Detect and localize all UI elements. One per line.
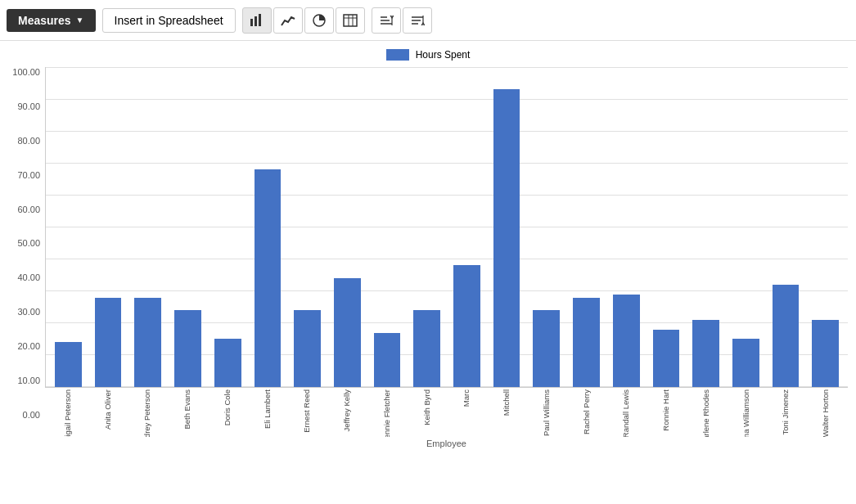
x-labels: Abigail PetersonAnita OliverAudrey Peter… (45, 388, 848, 437)
x-label-text: Abigail Peterson (63, 389, 72, 437)
chart-type-group (242, 7, 365, 34)
x-label-text: Tina Williamson (741, 389, 750, 437)
table-button[interactable] (336, 7, 365, 34)
chart-legend: Hours Spent (8, 49, 848, 61)
bar[interactable] (613, 295, 640, 387)
x-label-col: Walter Horton (806, 388, 845, 437)
x-label-text: Doris Cole (223, 389, 232, 425)
sort-asc-icon (379, 14, 394, 27)
svg-rect-4 (344, 15, 357, 26)
x-label-col: Toni Jimenez (767, 388, 805, 437)
bar[interactable] (453, 265, 480, 387)
chart-body: Abigail PetersonAnita OliverAudrey Peter… (45, 67, 848, 448)
sort-asc-button[interactable] (372, 7, 401, 34)
y-axis-label: 90.00 (17, 101, 40, 111)
chart-inner: 100.0090.0080.0070.0060.0050.0040.0030.0… (8, 67, 848, 448)
x-label-col: Ernest Reed (288, 388, 327, 437)
bar-col (488, 67, 526, 387)
bar[interactable] (413, 310, 440, 387)
x-label-text: Audrey Peterson (142, 389, 151, 437)
y-axis-label: 20.00 (17, 341, 40, 351)
bar-col (408, 67, 446, 387)
bar[interactable] (174, 310, 201, 387)
x-label-col: Tina Williamson (727, 388, 765, 437)
bar-col (687, 67, 725, 387)
bar[interactable] (334, 278, 361, 387)
bar[interactable] (692, 320, 719, 387)
measures-button[interactable]: Measures ▼ (7, 9, 96, 32)
x-axis-title: Employee (45, 439, 848, 448)
bar-col (448, 67, 486, 387)
bar-col (128, 67, 167, 387)
measures-label: Measures (18, 14, 71, 27)
bar[interactable] (493, 89, 520, 387)
x-label-col: Keith Byrd (408, 388, 446, 437)
bar-col (49, 67, 88, 387)
bar-col (767, 67, 805, 387)
bar[interactable] (134, 298, 161, 387)
chart-container: Hours Spent 100.0090.0080.0070.0060.0050… (0, 41, 856, 504)
insert-spreadsheet-button[interactable]: Insert in Spreadsheet (102, 8, 236, 33)
sort-desc-button[interactable] (403, 7, 432, 34)
bar-col (209, 67, 247, 387)
bar[interactable] (214, 339, 241, 387)
x-label-text: Mitchell (502, 389, 511, 416)
bar[interactable] (533, 310, 560, 387)
x-label-col: Jeffrey Kelly (327, 388, 366, 437)
x-label-text: Anita Oliver (103, 389, 112, 430)
bar[interactable] (255, 169, 282, 387)
bar[interactable] (55, 342, 82, 387)
bar[interactable] (95, 298, 122, 387)
pie-chart-icon (312, 14, 327, 27)
bar-col (328, 67, 367, 387)
insert-label: Insert in Spreadsheet (115, 14, 223, 27)
bar[interactable] (773, 285, 800, 387)
bar[interactable] (374, 333, 401, 387)
x-label-text: Toni Jimenez (781, 389, 790, 434)
pie-chart-button[interactable] (304, 7, 334, 34)
svg-rect-0 (250, 19, 253, 26)
y-axis: 100.0090.0080.0070.0060.0050.0040.0030.0… (8, 67, 45, 448)
bar[interactable] (812, 320, 839, 387)
y-axis-label: 0.00 (23, 410, 40, 420)
x-label-col: Sharlene Rhodes (687, 388, 725, 437)
y-axis-label: 50.00 (17, 238, 40, 248)
x-label-text: Keith Byrd (422, 389, 431, 425)
bar[interactable] (294, 310, 321, 387)
x-label-col: Marc (448, 388, 486, 437)
bar-chart-button[interactable] (242, 7, 272, 34)
x-label-col: Randall Lewis (607, 388, 646, 437)
bars-wrapper (46, 67, 848, 387)
x-label-col: Abigail Peterson (48, 388, 87, 437)
bar-col (89, 67, 128, 387)
bar-col (567, 67, 606, 387)
bar-chart-icon (250, 14, 264, 27)
x-label-text: Paul Williams (542, 389, 551, 436)
x-label-text: Sharlene Rhodes (701, 389, 710, 437)
y-axis-label: 80.00 (17, 136, 40, 146)
bar-col (288, 67, 327, 387)
line-chart-icon (281, 14, 295, 27)
bar[interactable] (732, 339, 759, 387)
bar[interactable] (653, 330, 680, 387)
bar-col (368, 67, 407, 387)
sort-group (372, 7, 432, 34)
bar-col (607, 67, 646, 387)
y-axis-label: 100.00 (12, 67, 40, 77)
x-label-col: Rachel Perry (567, 388, 606, 437)
svg-rect-2 (259, 14, 261, 26)
legend-label: Hours Spent (416, 49, 471, 61)
svg-rect-1 (255, 16, 257, 26)
bar-col (527, 67, 565, 387)
bar-col (647, 67, 686, 387)
y-axis-label: 70.00 (17, 170, 40, 180)
line-chart-button[interactable] (273, 7, 303, 34)
y-axis-label: 40.00 (17, 272, 40, 282)
x-label-text: Randall Lewis (621, 389, 630, 437)
y-axis-label: 30.00 (17, 307, 40, 317)
legend-color-swatch (386, 49, 409, 61)
x-label-col: Paul Williams (527, 388, 565, 437)
x-label-col: Eli Lambert (248, 388, 286, 437)
bar[interactable] (573, 298, 600, 387)
x-label-col: Jennie Fletcher (367, 388, 406, 437)
